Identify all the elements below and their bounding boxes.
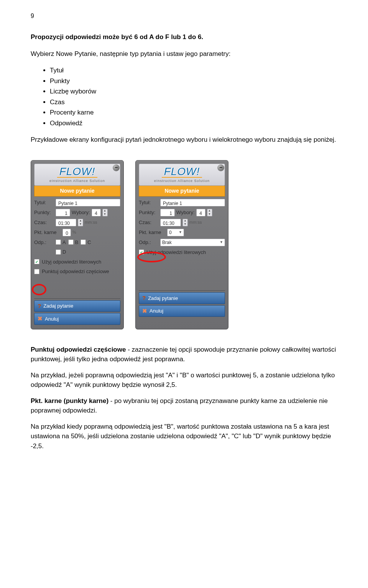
label-punkty: Punkty: bbox=[34, 209, 54, 216]
odp-value: Brak bbox=[162, 239, 172, 246]
explain-pktkarne-term: Pkt. karne (punkty karne) bbox=[31, 397, 108, 405]
input-czas[interactable]: 01:30 bbox=[160, 219, 181, 226]
select-pktkarne[interactable]: 0 ▼ bbox=[167, 229, 184, 236]
opt-b[interactable]: B bbox=[68, 239, 79, 246]
explain-example-1: Na przykład, jeżeli poprawną odpowiedzią… bbox=[31, 370, 337, 390]
logo-box: FLOW! eInstruction Alliance Solution bbox=[139, 164, 225, 186]
highlight-circle-icon bbox=[137, 252, 166, 262]
footer-bar: ? Zadaj pytanie ✖ Anuluj bbox=[34, 298, 120, 325]
input-tytul[interactable]: Pytanie 1 bbox=[56, 199, 120, 206]
checkbox-czesciowe[interactable] bbox=[34, 269, 39, 274]
label-pktkarne: Pkt. karne bbox=[139, 229, 166, 236]
explain-pktkarne: Pkt. karne (punkty karne) - po wybraniu … bbox=[31, 396, 337, 416]
input-punkty[interactable]: 1 bbox=[160, 209, 175, 216]
zadaj-pytanie-button[interactable]: ? Zadaj pytanie bbox=[139, 292, 225, 304]
input-wybory[interactable]: 4 bbox=[196, 209, 205, 216]
spinner-czas[interactable]: ▲▼ bbox=[182, 219, 188, 226]
input-pktkarne[interactable]: 0 bbox=[62, 229, 71, 236]
bullet-liczbe-wyborow: Liczbę wyborów bbox=[50, 87, 337, 97]
checkbox-literowe[interactable]: ✔ bbox=[34, 259, 39, 264]
select-odp[interactable]: Brak ▼ bbox=[160, 239, 225, 246]
input-punkty[interactable]: 1 bbox=[56, 209, 70, 216]
zadaj-pytanie-button[interactable]: ? Zadaj pytanie bbox=[34, 300, 120, 312]
label-wybory: Wybory: bbox=[72, 209, 90, 216]
cancel-icon: ✖ bbox=[142, 307, 147, 316]
chevron-down-icon: ▼ bbox=[220, 240, 223, 245]
cancel-icon: ✖ bbox=[38, 314, 43, 323]
label-tytul: Tytuł: bbox=[139, 199, 159, 206]
input-czas[interactable]: 01:30 bbox=[56, 219, 76, 226]
flow-widget-right: ━ FLOW! eInstruction Alliance Solution N… bbox=[135, 160, 228, 329]
checkbox-icon bbox=[56, 249, 61, 255]
anuluj-button[interactable]: ✖ Anuluj bbox=[34, 313, 120, 325]
section-header: Nowe pytanie bbox=[34, 186, 120, 197]
form-body: Tytuł: Pytanie 1 Punkty: 1 Wybory: 4 ▲▼ … bbox=[34, 199, 120, 325]
checkbox-icon bbox=[80, 239, 86, 245]
explain-example-2: Na przykład kiedy poprawną odpowiedzią j… bbox=[31, 422, 337, 451]
explain-punktuj-term: Punktuj odpowiedzi częściowe bbox=[31, 346, 126, 353]
chevron-down-icon: ▼ bbox=[179, 230, 182, 235]
question-mark-icon: ? bbox=[142, 294, 146, 303]
label-punkty: Punkty: bbox=[139, 209, 159, 216]
checkbox-icon bbox=[56, 239, 61, 245]
footer-bar: ? Zadaj pytanie ✖ Anuluj bbox=[139, 290, 225, 317]
input-wybory[interactable]: 4 bbox=[92, 209, 101, 216]
label-tytul: Tytuł: bbox=[34, 199, 54, 206]
logo-subtitle: eInstruction Alliance Solution bbox=[141, 179, 222, 184]
label-odp: Odp.: bbox=[139, 239, 159, 246]
opt-d[interactable]: D bbox=[56, 248, 66, 256]
anuluj-label: Anuluj bbox=[150, 307, 163, 315]
intro-text: Propozycji odpowiedzi może być 6 od A do… bbox=[31, 33, 203, 41]
spinner-wybory[interactable]: ▲▼ bbox=[207, 209, 212, 216]
label-czas: Czas: bbox=[139, 219, 159, 226]
close-icon[interactable]: ━ bbox=[113, 164, 120, 171]
flow-logo: FLOW! bbox=[57, 166, 98, 178]
czas-suffix: mm:ss bbox=[85, 219, 97, 226]
opt-a[interactable]: A bbox=[56, 239, 66, 246]
bullet-odpowiedz: Odpowiedź bbox=[50, 118, 337, 128]
bullet-czas: Czas bbox=[50, 97, 337, 107]
label-odp: Odp.: bbox=[34, 239, 54, 246]
widgets-row: ━ FLOW! eInstruction Alliance Solution N… bbox=[31, 160, 337, 329]
czas-suffix: mm:ss bbox=[189, 219, 202, 226]
pktkarne-value: 0 bbox=[169, 229, 172, 236]
logo-box: FLOW! eInstruction Alliance Solution bbox=[34, 164, 120, 186]
below-para: Przykładowe ekrany konfiguracji pytań je… bbox=[31, 135, 337, 145]
flow-logo: FLOW! bbox=[162, 166, 202, 178]
bullet-tytul: Tytuł bbox=[50, 66, 337, 75]
spinner-wybory[interactable]: ▲▼ bbox=[102, 209, 108, 216]
label-czas: Czas: bbox=[34, 219, 54, 226]
question-mark-icon: ? bbox=[38, 302, 41, 311]
label-czesciowe: Punktuj odpowiedzi częściowe bbox=[42, 268, 109, 275]
intro-paragraph-2: Wybierz Nowe Pytanie, następnie typ pyta… bbox=[31, 49, 337, 59]
highlight-circle-icon bbox=[32, 284, 46, 295]
close-icon[interactable]: ━ bbox=[217, 164, 224, 171]
anuluj-button[interactable]: ✖ Anuluj bbox=[139, 305, 225, 317]
zadaj-label: Zadaj pytanie bbox=[43, 302, 73, 310]
bullet-punkty: Punkty bbox=[50, 76, 337, 86]
parameter-bullet-list: Tytuł Punkty Liczbę wyborów Czas Procent… bbox=[50, 66, 337, 128]
label-pktkarne: Pkt. karne bbox=[34, 229, 61, 236]
spinner-czas[interactable]: ▲▼ bbox=[78, 219, 83, 226]
input-tytul[interactable]: Pytanie 1 bbox=[160, 199, 225, 206]
flow-widget-left: ━ FLOW! eInstruction Alliance Solution N… bbox=[31, 160, 124, 329]
page-number: 9 bbox=[31, 11, 337, 21]
bullet-procenty-karne: Procenty karne bbox=[50, 108, 337, 118]
intro-paragraph-1: Propozycji odpowiedzi może być 6 od A do… bbox=[31, 32, 337, 42]
label-wybory: Wybory: bbox=[176, 209, 195, 216]
anuluj-label: Anuluj bbox=[45, 315, 59, 323]
label-literowe: Użyj odpowiedzi literowych bbox=[42, 258, 101, 266]
opt-c[interactable]: C bbox=[80, 239, 91, 246]
answer-options: A B C bbox=[56, 239, 91, 246]
pct-label: % bbox=[72, 229, 76, 236]
logo-subtitle: eInstruction Alliance Solution bbox=[37, 179, 118, 184]
zadaj-label: Zadaj pytanie bbox=[148, 295, 178, 302]
checkbox-icon bbox=[68, 239, 74, 245]
explain-punktuj: Punktuj odpowiedzi częściowe - zaznaczen… bbox=[31, 345, 337, 364]
section-header: Nowe pytanie bbox=[139, 186, 225, 197]
